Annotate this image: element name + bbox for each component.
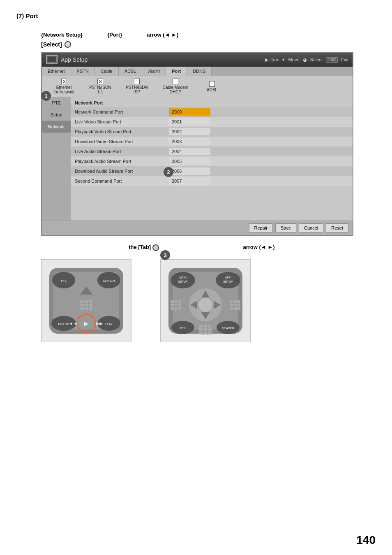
select-label: [Select] <box>16 41 376 48</box>
cb-pstn-box[interactable] <box>97 79 103 84</box>
cb-pstn-isp[interactable]: PSTN/ISDNISP <box>118 79 155 94</box>
grid-icon <box>80 300 92 310</box>
port-input-live-video[interactable] <box>169 118 210 125</box>
network-setup-instruction: {Network Setup} <box>41 32 83 38</box>
page-container: (7) Port {Network Setup} {Port} arrow (◄… <box>0 0 392 555</box>
left-grid <box>171 300 181 310</box>
step-1-marker: 1 <box>41 91 51 101</box>
cb-cable-box[interactable] <box>173 79 178 84</box>
panel-icon <box>46 55 58 64</box>
svg-rect-1 <box>48 57 56 62</box>
bottom-grid <box>199 325 212 334</box>
bottom-buttons: Repair Save Cancel Reset <box>42 221 353 235</box>
page-number: 140 <box>356 534 376 547</box>
ff-btn[interactable]: ▶▶ <box>96 321 103 326</box>
cb-ethernet-box[interactable] <box>61 79 67 84</box>
port-label-playback-video: Playback Video Stream Port <box>75 129 165 134</box>
port-input-command[interactable] <box>169 108 210 116</box>
nav-center-btn[interactable] <box>198 297 213 312</box>
tab-pstn[interactable]: PSTN <box>71 67 95 76</box>
cb-adsl-box[interactable] <box>209 81 215 87</box>
port-label-command: Network Command Port <box>75 109 165 114</box>
port-label-live-audio: Live Audio Stream Port <box>75 149 165 154</box>
port-label-download-video: Download Video Stream Port <box>75 139 165 144</box>
search-label: SEARCH <box>103 279 115 282</box>
repair-button[interactable]: Repair <box>249 223 273 232</box>
rewind-btn[interactable]: ◄◄ <box>69 321 78 326</box>
port-input-playback-audio[interactable] <box>169 158 210 165</box>
port-label-playback-audio: Playback Audio Stream Port <box>75 159 165 164</box>
main-setup-label-2: SETUP <box>178 280 188 283</box>
port-label-second-command: Second Command Port <box>75 179 165 183</box>
tabs-row[interactable]: Ethernet PSTN Cable ADSL Alarm Port DDNS <box>42 67 353 76</box>
cb-pstn-isp-box[interactable] <box>134 79 140 84</box>
step-2-marker: 2 <box>164 167 173 177</box>
panel-wrapper: 1 2 3 App Setup ▶| Tab ✦ Move <box>16 52 376 236</box>
cb-adsl[interactable]: ADSL <box>196 81 228 92</box>
page-title: (7) Port <box>16 12 376 19</box>
panel-header: App Setup ▶| Tab ✦ Move ◕ Select ESC Exi… <box>42 53 353 67</box>
remotes-section: PTZ SEARCH HOT P.B PLAY <box>41 259 376 342</box>
app-setup-panel: App Setup ▶| Tab ✦ Move ◕ Select ESC Exi… <box>41 52 353 236</box>
port-row-live-audio: Live Audio Stream Port <box>71 146 353 156</box>
cb-ethernet[interactable]: Ethernetfor Network <box>46 79 82 94</box>
hot-pb-label: HOT P.B <box>58 323 69 325</box>
main-setup-label-1: MAIN <box>179 276 187 279</box>
select-icon <box>65 41 71 48</box>
port-label-download-audio: Download Audio Stream Port <box>75 169 165 174</box>
cb-pstn[interactable]: PSTN/ISDN1:1 <box>82 79 118 94</box>
svg-rect-2 <box>49 62 54 63</box>
right-remote-svg: MAIN SETUP APP. SETUP <box>164 264 247 338</box>
port-input-download-audio[interactable] <box>169 167 210 175</box>
right-remote-label: arrow (◄ ►) <box>214 244 304 250</box>
select-ctrl: Select <box>310 57 323 62</box>
remote-labels-row: the [Tab] arrow (◄ ►) <box>99 244 376 251</box>
cb-cable[interactable]: Cable ModemDHCP <box>155 79 196 94</box>
empty-rows <box>71 186 353 219</box>
right-ptz-label: PTZ <box>180 327 186 330</box>
tab-ethernet[interactable]: Ethernet <box>42 67 71 76</box>
ptz-label: PTZ <box>61 279 67 282</box>
app-setup-label-1: APP. <box>225 276 231 279</box>
tab-alarm[interactable]: Alarm <box>142 67 166 76</box>
port-input-playback-video[interactable] <box>169 128 210 135</box>
port-input-download-video[interactable] <box>169 138 210 145</box>
play-label: PLAY <box>105 323 113 325</box>
checkbox-row: Ethernetfor Network PSTN/ISDN1:1 PSTN/IS… <box>42 76 353 97</box>
port-row-download-video: Download Video Stream Port <box>71 137 353 146</box>
sidebar-nav: PTZ Setup Network <box>42 97 71 221</box>
play-center-btn[interactable]: ▶ <box>84 320 88 327</box>
port-input-live-audio[interactable] <box>169 148 210 155</box>
reset-button[interactable]: Reset <box>326 223 348 232</box>
left-remote-svg: PTZ SEARCH HOT P.B PLAY <box>45 264 127 338</box>
panel-title: App Setup <box>61 56 262 63</box>
move-ctrl: Move <box>288 57 300 62</box>
tab-ctrl: ▶| Tab <box>265 57 278 63</box>
exit-ctrl: Exit <box>341 57 348 62</box>
right-grid <box>230 300 240 310</box>
left-remote: PTZ SEARCH HOT P.B PLAY <box>41 259 131 342</box>
panel-controls: ▶| Tab ✦ Move ◕ Select ESC Exit <box>265 57 348 63</box>
nav-setup[interactable]: Setup <box>42 109 71 121</box>
nav-network[interactable]: Network <box>42 121 71 133</box>
tab-ddns[interactable]: DDNS <box>187 67 212 76</box>
save-button[interactable]: Save <box>275 223 296 232</box>
port-row-playback-audio: Playback Audio Stream Port <box>71 156 353 166</box>
right-remote: MAIN SETUP APP. SETUP <box>160 259 251 342</box>
tab-adsl[interactable]: ADSL <box>119 67 143 76</box>
step-3-marker: 3 <box>160 250 170 260</box>
port-content: Network Port Network Command Port Live V… <box>71 97 353 221</box>
port-row-download-audio: Download Audio Stream Port <box>71 166 353 176</box>
tab-port[interactable]: Port <box>166 67 187 76</box>
network-port-header: Network Port <box>71 99 353 107</box>
port-row-live-video: Live Video Stream Port <box>71 117 353 127</box>
port-input-second-command[interactable] <box>169 177 210 185</box>
cancel-button[interactable]: Cancel <box>299 223 323 232</box>
main-content: PTZ Setup Network Network Port Network C… <box>42 97 353 221</box>
port-row-playback-video: Playback Video Stream Port <box>71 127 353 137</box>
instructions-row: {Network Setup} {Port} arrow (◄ ►) <box>16 32 376 38</box>
left-remote-label: the [Tab] <box>99 244 189 251</box>
arrow-instruction: arrow (◄ ►) <box>147 32 178 38</box>
tab-cable[interactable]: Cable <box>95 67 119 76</box>
port-instruction: {Port} <box>107 32 122 38</box>
